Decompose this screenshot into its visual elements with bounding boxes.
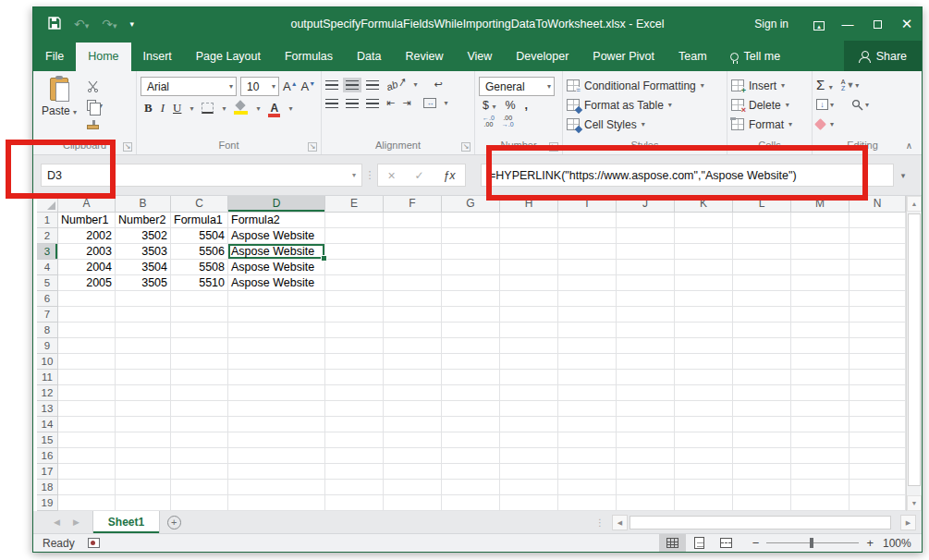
cell-G15[interactable] — [442, 432, 500, 448]
cell-H7[interactable] — [500, 307, 558, 323]
cell-G10[interactable] — [442, 354, 500, 370]
clipboard-dialog-launcher-icon[interactable]: ↘ — [123, 142, 132, 152]
cell-B19[interactable] — [116, 495, 171, 511]
zoom-slider-thumb[interactable] — [810, 538, 813, 548]
cell-M1[interactable] — [791, 213, 850, 228]
cell-B8[interactable] — [116, 323, 171, 338]
format-cells-button[interactable]: Format▾ — [731, 116, 792, 132]
cell-N19[interactable] — [850, 495, 906, 511]
cell-A9[interactable] — [58, 338, 116, 354]
cell-E13[interactable] — [325, 401, 384, 417]
row-header-12[interactable]: 12 — [37, 385, 58, 401]
zoom-slider[interactable] — [766, 542, 859, 543]
cell-D5[interactable]: Aspose Website — [228, 275, 325, 291]
cell-H18[interactable] — [500, 480, 558, 495]
tab-review[interactable]: Review — [393, 43, 455, 71]
cell-C15[interactable] — [171, 432, 228, 448]
cell-L12[interactable] — [733, 385, 791, 401]
cell-A11[interactable] — [58, 370, 116, 385]
cell-G8[interactable] — [442, 323, 500, 338]
cell-K15[interactable] — [675, 432, 733, 448]
cell-F15[interactable] — [384, 432, 442, 448]
cell-C7[interactable] — [171, 307, 228, 323]
format-painter-button[interactable] — [87, 117, 103, 132]
cell-D15[interactable] — [228, 432, 325, 448]
bold-button[interactable]: B — [144, 101, 153, 116]
cell-I13[interactable] — [558, 401, 617, 417]
cell-L7[interactable] — [733, 307, 791, 323]
cell-G19[interactable] — [442, 495, 500, 511]
row-header-13[interactable]: 13 — [37, 401, 58, 417]
cell-K17[interactable] — [675, 464, 733, 480]
orientation-icon[interactable]: ab↗ — [385, 76, 408, 94]
cell-B2[interactable]: 3502 — [116, 228, 171, 244]
tab-file[interactable]: File — [33, 43, 76, 71]
cell-F1[interactable] — [384, 213, 442, 228]
cell-K19[interactable] — [675, 495, 733, 511]
cell-B10[interactable] — [116, 354, 171, 370]
cell-E14[interactable] — [325, 417, 384, 432]
cell-K4[interactable] — [675, 260, 733, 275]
cell-J6[interactable] — [617, 291, 675, 307]
cell-A8[interactable] — [58, 323, 116, 338]
macro-record-icon[interactable] — [88, 538, 100, 548]
cell-H19[interactable] — [500, 495, 558, 511]
column-header-E[interactable]: E — [325, 196, 384, 213]
vertical-scrollbar-thumb[interactable] — [908, 213, 921, 486]
close-button[interactable]: ✕ — [892, 7, 922, 41]
maximize-button[interactable] — [862, 7, 892, 41]
cell-M13[interactable] — [791, 401, 850, 417]
cell-I5[interactable] — [558, 275, 617, 291]
cell-K8[interactable] — [675, 323, 733, 338]
cell-J10[interactable] — [617, 354, 675, 370]
cell-J8[interactable] — [617, 323, 675, 338]
cell-J11[interactable] — [617, 370, 675, 385]
page-break-view-button[interactable] — [713, 534, 740, 552]
cell-I7[interactable] — [558, 307, 617, 323]
decrease-indent-icon[interactable]: ⇤ — [386, 97, 395, 109]
cell-C8[interactable] — [171, 323, 228, 338]
cell-G18[interactable] — [442, 480, 500, 495]
cell-A15[interactable] — [58, 432, 116, 448]
cell-I8[interactable] — [558, 323, 617, 338]
cell-N18[interactable] — [850, 480, 906, 495]
cell-M11[interactable] — [791, 370, 850, 385]
cell-M16[interactable] — [791, 448, 850, 464]
cell-I15[interactable] — [558, 432, 617, 448]
cell-D13[interactable] — [228, 401, 325, 417]
sheet-nav-left-icon[interactable]: ◀ — [54, 517, 60, 527]
cell-G5[interactable] — [442, 275, 500, 291]
column-header-B[interactable]: B — [116, 196, 171, 213]
cell-E12[interactable] — [325, 385, 384, 401]
cell-F2[interactable] — [384, 228, 442, 244]
cell-L6[interactable] — [733, 291, 791, 307]
cell-D10[interactable] — [228, 354, 325, 370]
cell-L19[interactable] — [733, 495, 791, 511]
cell-C19[interactable] — [171, 495, 228, 511]
cell-I14[interactable] — [558, 417, 617, 432]
cell-J1[interactable] — [617, 213, 675, 228]
cell-A4[interactable]: 2004 — [58, 260, 116, 275]
cell-E7[interactable] — [325, 307, 384, 323]
cell-B18[interactable] — [116, 480, 171, 495]
cell-C3[interactable]: 5506 — [171, 244, 228, 260]
row-header-16[interactable]: 16 — [37, 448, 58, 464]
cell-J5[interactable] — [617, 275, 675, 291]
row-header-3[interactable]: 3 — [37, 244, 58, 260]
cell-A17[interactable] — [58, 464, 116, 480]
cell-D12[interactable] — [228, 385, 325, 401]
name-box-dropdown-icon[interactable]: ▾ — [352, 171, 356, 179]
cell-H1[interactable] — [500, 213, 558, 228]
cell-B13[interactable] — [116, 401, 171, 417]
cell-A18[interactable] — [58, 480, 116, 495]
row-header-10[interactable]: 10 — [37, 354, 58, 370]
cell-L1[interactable] — [733, 213, 791, 228]
currency-format-button[interactable]: $ ▾ — [483, 99, 495, 112]
cell-B5[interactable]: 3505 — [116, 275, 171, 291]
merge-center-icon[interactable]: ↔ — [423, 98, 436, 108]
font-dialog-launcher-icon[interactable]: ↘ — [308, 142, 317, 152]
row-header-15[interactable]: 15 — [37, 432, 58, 448]
cell-K7[interactable] — [675, 307, 733, 323]
cell-E6[interactable] — [325, 291, 384, 307]
row-header-1[interactable]: 1 — [37, 213, 58, 228]
